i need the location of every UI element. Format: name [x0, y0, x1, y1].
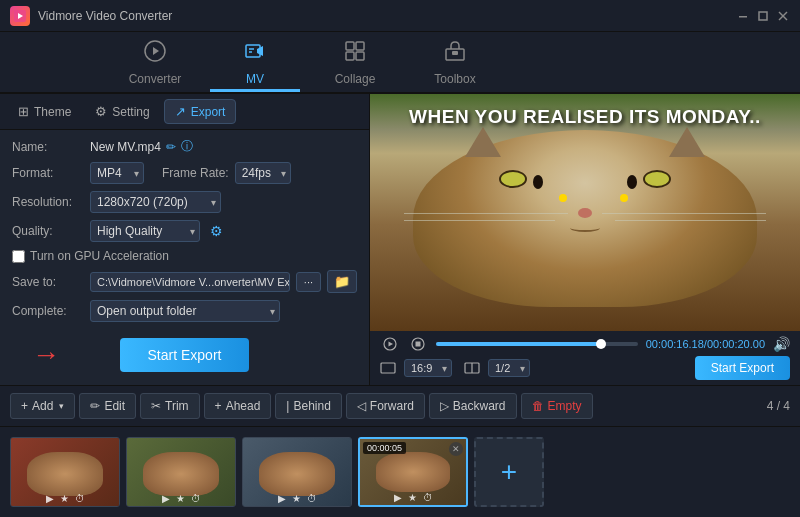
empty-button[interactable]: 🗑 Empty: [521, 393, 593, 419]
tab-mv[interactable]: MV: [210, 36, 300, 92]
backward-icon: ▷: [440, 399, 449, 413]
red-arrow-icon: →: [32, 339, 60, 371]
filmstrip: ▶ ★ ⏱ ▶ ★ ⏱: [0, 427, 800, 517]
app-logo: [10, 6, 30, 26]
volume-icon[interactable]: 🔊: [773, 336, 790, 352]
info-icon[interactable]: ⓘ: [181, 138, 193, 155]
browse-folder-button[interactable]: 📁: [327, 270, 357, 293]
main-content: ⊞ Theme ⚙ Setting ↗ Export Name: New MV.…: [0, 94, 800, 385]
video-preview[interactable]: WHEN YOU REALISED ITS MONDAY..: [370, 94, 800, 331]
resolution-row: Resolution: 1280x720 (720p) 1920x1080 (1…: [12, 191, 357, 213]
tab-mv-label: MV: [246, 72, 264, 86]
progress-bar[interactable]: [436, 342, 638, 346]
add-clip-button[interactable]: +: [474, 437, 544, 507]
format-select[interactable]: MP4 MOV AVI: [90, 162, 144, 184]
clip-count: 4 / 4: [767, 399, 790, 413]
start-export-button[interactable]: Start Export: [120, 338, 250, 372]
progress-fill: [436, 342, 601, 346]
nav-tabs: Converter MV Collage: [0, 32, 800, 94]
thumb-content-3: ▶ ★ ⏱: [243, 438, 351, 506]
svg-marker-18: [389, 342, 394, 347]
trash-icon: 🗑: [532, 399, 544, 413]
filmstrip-clip-1[interactable]: ▶ ★ ⏱: [10, 437, 120, 507]
format-label: Format:: [12, 166, 84, 180]
framerate-label: Frame Rate:: [162, 166, 229, 180]
ahead-button[interactable]: + Ahead: [204, 393, 272, 419]
filmstrip-clip-3[interactable]: ▶ ★ ⏱: [242, 437, 352, 507]
empty-label: Empty: [548, 399, 582, 413]
tab-collage-label: Collage: [335, 72, 376, 86]
collage-icon: [343, 39, 367, 68]
progress-row: 00:00:16.18/00:00:20.00 🔊: [380, 336, 790, 352]
svg-rect-13: [346, 52, 354, 60]
resolution-label: Resolution:: [12, 195, 84, 209]
svg-rect-21: [381, 363, 395, 373]
minimize-button[interactable]: [736, 9, 750, 23]
clip-close-icon[interactable]: ✕: [449, 442, 463, 456]
tab-toolbox[interactable]: Toolbox: [410, 36, 500, 92]
trim-button[interactable]: ✂ Trim: [140, 393, 200, 419]
sub-tab-theme[interactable]: ⊞ Theme: [8, 100, 81, 123]
save-label: Save to:: [12, 275, 84, 289]
quality-gear-icon[interactable]: ⚙: [210, 223, 223, 239]
fps-select[interactable]: 24fps 30fps 60fps: [235, 162, 291, 184]
title-bar: Vidmore Video Converter: [0, 0, 800, 32]
svg-marker-7: [153, 47, 159, 55]
format-select-wrap: MP4 MOV AVI: [90, 162, 144, 184]
forward-icon: ◁: [357, 399, 366, 413]
gpu-label[interactable]: Turn on GPU Acceleration: [30, 249, 169, 263]
time-display: 00:00:16.18/00:00:20.00: [646, 338, 765, 350]
add-button[interactable]: + Add ▾: [10, 393, 75, 419]
save-path: C:\Vidmore\Vidmore V...onverter\MV Expor…: [90, 272, 290, 292]
behind-button[interactable]: | Behind: [275, 393, 342, 419]
mv-icon: [243, 39, 267, 68]
backward-button[interactable]: ▷ Backward: [429, 393, 517, 419]
name-value: New MV.mp4 ✏ ⓘ: [90, 138, 193, 155]
tab-converter[interactable]: Converter: [110, 36, 200, 92]
window-controls: [736, 9, 790, 23]
quality-select[interactable]: High Quality Medium Quality Low Quality: [90, 220, 200, 242]
filmstrip-clip-2[interactable]: ▶ ★ ⏱: [126, 437, 236, 507]
ahead-label: Ahead: [226, 399, 261, 413]
maximize-button[interactable]: [756, 9, 770, 23]
ratio-select[interactable]: 16:9 4:3 1:1: [404, 359, 452, 377]
gpu-checkbox[interactable]: [12, 250, 25, 263]
sub-tab-setting[interactable]: ⚙ Setting: [85, 100, 159, 123]
tab-toolbox-label: Toolbox: [434, 72, 475, 86]
close-button[interactable]: [776, 9, 790, 23]
tab-converter-label: Converter: [129, 72, 182, 86]
play-button[interactable]: [380, 337, 400, 351]
bottom-toolbar: + Add ▾ ✏ Edit ✂ Trim + Ahead | Behind ◁…: [0, 385, 800, 427]
controls-row2: 16:9 4:3 1:1 1/2 1/3 Start Export: [380, 356, 790, 380]
segment-select[interactable]: 1/2 1/3: [488, 359, 530, 377]
stop-button[interactable]: [408, 337, 428, 351]
browse-dots-button[interactable]: ···: [296, 272, 321, 292]
format-row: Format: MP4 MOV AVI Frame Rate: 24fps 30…: [12, 162, 357, 184]
forward-button[interactable]: ◁ Forward: [346, 393, 425, 419]
edit-button[interactable]: ✏ Edit: [79, 393, 136, 419]
ahead-icon: +: [215, 399, 222, 413]
complete-select-wrap: Open output folder Do nothing: [90, 300, 280, 322]
svg-rect-16: [452, 51, 458, 55]
forward-label: Forward: [370, 399, 414, 413]
gpu-row: Turn on GPU Acceleration: [12, 249, 357, 263]
quality-select-wrap: High Quality Medium Quality Low Quality: [90, 220, 200, 242]
toolbox-icon: [443, 39, 467, 68]
sub-tab-export[interactable]: ↗ Export: [164, 99, 237, 124]
complete-select[interactable]: Open output folder Do nothing: [90, 300, 280, 322]
start-export-right-button[interactable]: Start Export: [695, 356, 790, 380]
edit-label: Edit: [104, 399, 125, 413]
filmstrip-clip-4[interactable]: 00:00:05 ▶ ★ ⏱ ✕: [358, 437, 468, 507]
svg-rect-2: [739, 16, 747, 18]
converter-icon: [143, 39, 167, 68]
save-row: Save to: C:\Vidmore\Vidmore V...onverter…: [12, 270, 357, 293]
video-overlay-text: WHEN YOU REALISED ITS MONDAY..: [370, 106, 800, 128]
segment-icon: [464, 360, 480, 376]
sub-tab-export-label: Export: [191, 105, 226, 119]
resolution-select[interactable]: 1280x720 (720p) 1920x1080 (1080p) 640x48…: [90, 191, 221, 213]
left-panel: ⊞ Theme ⚙ Setting ↗ Export Name: New MV.…: [0, 94, 370, 385]
app-title: Vidmore Video Converter: [38, 9, 736, 23]
edit-icon[interactable]: ✏: [166, 140, 176, 154]
tab-collage[interactable]: Collage: [310, 36, 400, 92]
name-row: Name: New MV.mp4 ✏ ⓘ: [12, 138, 357, 155]
